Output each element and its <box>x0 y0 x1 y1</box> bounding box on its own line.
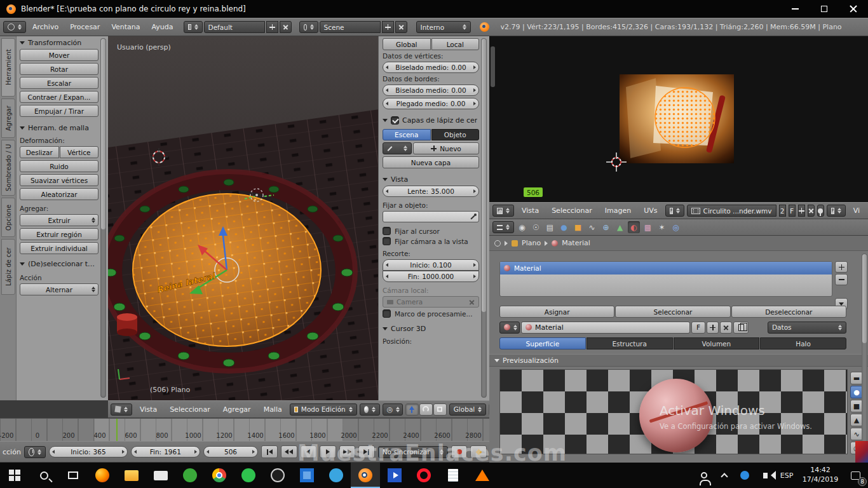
screen-layout-delete-button[interactable] <box>280 21 292 33</box>
tool-button-mover[interactable]: Mover <box>20 49 98 61</box>
tab-volumen[interactable]: Volumen <box>674 337 760 349</box>
material-browse-button[interactable] <box>499 322 520 334</box>
tool-button-suavizar[interactable]: Suavizar vértices <box>20 174 98 186</box>
menu-malla-3d[interactable]: Malla <box>259 405 287 414</box>
extruir-dropdown[interactable]: Extruir <box>20 214 98 226</box>
action-center-button[interactable]: 8 <box>843 463 868 488</box>
shading-select[interactable] <box>360 403 380 416</box>
mode-select[interactable]: Modo Edición <box>290 403 357 416</box>
jump-start-button[interactable] <box>261 445 278 458</box>
render-border-row[interactable]: Marco de procesamie... <box>383 309 479 318</box>
tray-people-button[interactable] <box>694 463 714 488</box>
menu-ayuda[interactable]: Ayuda <box>147 23 179 31</box>
global-button[interactable]: Global <box>383 38 431 50</box>
manipulator-scale-button[interactable] <box>433 403 447 416</box>
keying-set-button[interactable] <box>470 445 487 458</box>
material-add-button[interactable] <box>707 322 719 334</box>
texture-icon[interactable]: ▩ <box>642 221 654 233</box>
manipulator-rotate-button[interactable] <box>419 403 433 416</box>
local-button[interactable]: Local <box>431 38 480 50</box>
tab-herramientas[interactable]: Herramient <box>1 38 15 97</box>
image-browse-button[interactable] <box>665 205 684 217</box>
uv-extra-button[interactable] <box>827 205 846 217</box>
menu-ventana[interactable]: Ventana <box>106 23 145 31</box>
current-frame-field[interactable]: 506 <box>203 446 259 458</box>
tray-app-button[interactable] <box>735 463 755 488</box>
breadcrumb-nav-icon[interactable] <box>494 240 501 247</box>
preview-monkey-button[interactable]: ▲ <box>850 414 863 426</box>
screen-layout-browse-button[interactable] <box>184 21 203 33</box>
toolshelf-scrollbar[interactable] <box>100 38 106 398</box>
editor-type-button-info[interactable] <box>3 21 26 33</box>
taskbar-firefox[interactable] <box>88 463 117 488</box>
viewport-3d[interactable]: Usuario (persp) (506) Plano Reina latera… <box>108 36 378 400</box>
orientation-select[interactable]: Global <box>449 403 487 416</box>
bevel-weight-edge-slider[interactable]: Biselado medio:0.00 <box>383 85 479 96</box>
tool-button-aleatorizar[interactable]: Aleatorizar <box>20 188 98 200</box>
tool-button-ruido[interactable]: Ruido <box>20 160 98 172</box>
tab-lapiz-cera[interactable]: Lápiz de cer <box>1 239 15 295</box>
tool-button-escalar[interactable]: Escalar <box>20 77 98 89</box>
taskbar-blender-active[interactable] <box>351 463 380 488</box>
scene-add-button[interactable] <box>382 21 394 33</box>
panel-cursor-3d[interactable]: Cursor 3D <box>383 325 479 333</box>
manipulator-translate-button[interactable] <box>405 403 419 416</box>
object-icon[interactable]: ■ <box>572 221 584 233</box>
sync-select[interactable]: No sincronizar <box>378 446 448 458</box>
gp-nuevo-button[interactable]: Nuevo <box>413 142 479 154</box>
tool-button-vertice[interactable]: Vértice <box>60 146 99 158</box>
menu-imagen-uv[interactable]: Imagen <box>600 207 636 215</box>
taskbar-photos[interactable] <box>292 463 322 488</box>
lock-camera-checkbox[interactable] <box>383 237 391 245</box>
world-icon[interactable]: ● <box>558 221 570 233</box>
object-data-icon[interactable]: ▲ <box>614 221 626 233</box>
tool-button-extruir-individual[interactable]: Extruir individual <box>20 242 98 254</box>
tool-button-empujar[interactable]: Empujar / Tirar <box>20 105 98 117</box>
tool-button-deslizar[interactable]: Deslizar <box>20 146 59 158</box>
taskbar-chrome[interactable] <box>205 463 234 488</box>
editor-type-button-uv[interactable] <box>492 205 514 217</box>
menu-seleccionar-uv[interactable]: Seleccionar <box>546 207 597 215</box>
taskbar-skype[interactable] <box>322 463 351 488</box>
lock-object-field[interactable] <box>383 211 479 222</box>
image-add-button[interactable] <box>798 205 805 217</box>
gp-tab-escena[interactable]: Escena <box>383 129 431 140</box>
panel-deseleccionar[interactable]: (De)seleccionar todo <box>20 260 98 268</box>
material-copy-button[interactable] <box>733 322 749 334</box>
jump-end-button[interactable] <box>358 445 375 458</box>
lock-to-cursor-row[interactable]: Fijar al cursor <box>383 227 479 235</box>
uv-canvas[interactable]: 506 <box>489 36 868 202</box>
uv-scrollbar[interactable] <box>491 46 495 87</box>
material-slot-list[interactable]: Material <box>499 261 832 297</box>
red-cylinder[interactable] <box>117 313 137 336</box>
breadcrumb-object[interactable]: Plano <box>522 239 541 247</box>
minimize-button[interactable] <box>780 0 810 18</box>
taskbar-opera[interactable] <box>409 463 438 488</box>
panel-transformacion[interactable]: Transformación <box>20 39 98 47</box>
taskbar-mail[interactable] <box>146 463 175 488</box>
tool-button-contraer[interactable]: Contraer / Expan... <box>20 91 98 103</box>
tab-opciones[interactable]: Opcione <box>1 198 15 237</box>
pivot-select[interactable]: ◎ <box>383 403 403 416</box>
frame-start-field[interactable]: Inicio:365 <box>49 446 128 458</box>
screen-layout-add-button[interactable] <box>266 21 278 33</box>
clip-end-field[interactable]: Fin:1000.000 <box>383 271 479 282</box>
image-pin-button[interactable] <box>817 205 824 217</box>
eyedropper-icon[interactable] <box>470 214 477 220</box>
scene-browse-button[interactable] <box>299 21 318 33</box>
preview-cube-button[interactable]: ■ <box>850 400 863 412</box>
scene-delete-button[interactable] <box>395 21 407 33</box>
tool-button-extruir-region[interactable]: Extruir región <box>20 228 98 240</box>
preview-hair-button[interactable]: ∿ <box>850 428 863 440</box>
constraints-icon[interactable]: ∿ <box>586 221 598 233</box>
scene-icon[interactable]: ☉ <box>530 221 542 233</box>
local-camera-field[interactable]: Camera <box>383 296 479 308</box>
menu-seleccionar-3d[interactable]: Seleccionar <box>165 405 215 414</box>
image-users-button[interactable]: 2 <box>779 205 786 217</box>
material-name-field[interactable]: Material <box>521 322 690 334</box>
render-layers-icon[interactable]: ▤ <box>544 221 556 233</box>
lens-field[interactable]: Lente:35.000 <box>383 186 479 197</box>
tab-agregar[interactable]: Agregar <box>1 98 15 138</box>
image-fake-user-button[interactable]: F <box>789 205 796 217</box>
menu-uvs[interactable]: UVs <box>639 207 662 215</box>
